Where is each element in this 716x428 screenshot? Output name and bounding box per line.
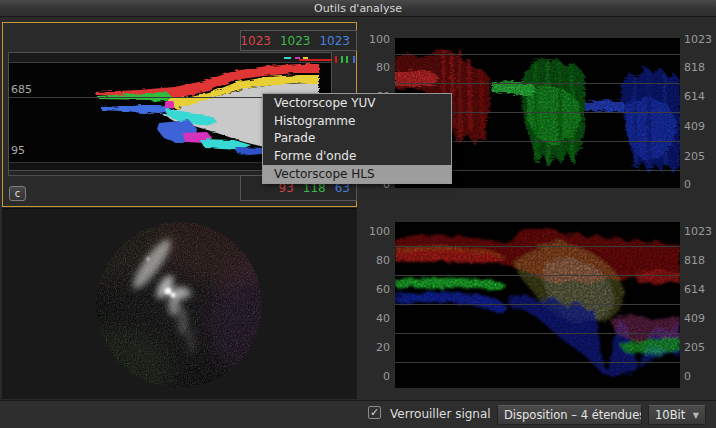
overlay-percent-label: 40	[358, 312, 390, 326]
red-max-line	[299, 59, 332, 61]
cyan-marker	[284, 57, 291, 59]
overlay-percent-label: 100	[358, 225, 390, 239]
bit-depth-dropdown-value: 10Bit	[655, 408, 685, 422]
green-tick-2	[346, 56, 348, 63]
parade-code-label: 818	[684, 61, 705, 75]
overlay-percent-label: 60	[358, 283, 390, 297]
red-tick	[335, 56, 337, 63]
parade-code-label: 205	[684, 150, 705, 164]
vectorscope-display	[2, 209, 357, 399]
level-label-low: 95	[11, 144, 25, 157]
layout-dropdown[interactable]: Disposition – 4 étendues ▼	[497, 405, 642, 425]
corner-c-button[interactable]: c	[9, 186, 26, 201]
lock-signal-checkbox[interactable]	[368, 406, 381, 419]
vectorscope-panel[interactable]	[2, 208, 357, 399]
menu-item-histogramme[interactable]: Histogramme	[263, 112, 451, 130]
blue-tick	[353, 56, 355, 63]
menu-item-vectorscope-yuv[interactable]: Vectorscope YUV	[263, 94, 451, 112]
overlay-percent-label: 0	[358, 370, 390, 384]
overlay-percent-label: 20	[358, 341, 390, 355]
window-title: Outils d'analyse	[314, 2, 402, 15]
bottom-toolbar: Verrouiller signal Disposition – 4 étend…	[0, 400, 716, 428]
overlay-code-label: 409	[684, 312, 705, 326]
max-green-value: 1023	[280, 34, 311, 48]
menu-item-forme-donde[interactable]: Forme d'onde	[263, 147, 451, 165]
histogram-header-strip	[9, 53, 331, 63]
max-values-box: 1023 1023 1023	[240, 30, 357, 51]
lock-signal-label: Verrouiller signal	[390, 407, 491, 421]
overlay-percent-label: 80	[358, 254, 390, 268]
parade-code-label: 0	[684, 178, 691, 192]
scope-type-context-menu: Vectorscope YUV Histogramme Parade Forme…	[262, 93, 452, 184]
overlay-plot	[395, 222, 680, 388]
level-label-high: 685	[11, 83, 32, 96]
parade-code-label: 1023	[684, 33, 712, 47]
parade-percent-label: 100	[358, 33, 390, 47]
max-red-value: 1023	[240, 34, 271, 48]
overlay-waveform	[395, 222, 680, 388]
green-tick	[341, 56, 343, 63]
overlay-code-label: 0	[684, 370, 691, 384]
menu-item-vectorscope-hls[interactable]: Vectorscope HLS	[263, 165, 451, 183]
overlay-code-label: 1023	[684, 225, 712, 239]
layout-dropdown-value: Disposition – 4 étendues	[504, 408, 642, 422]
menu-item-parade[interactable]: Parade	[263, 130, 451, 148]
parade-code-label: 614	[684, 90, 705, 104]
overlay-code-label: 818	[684, 254, 705, 268]
parade-percent-label: 80	[358, 61, 390, 75]
max-blue-value: 1023	[319, 34, 350, 48]
window-titlebar[interactable]: Outils d'analyse	[0, 0, 716, 17]
overlay-code-label: 205	[684, 341, 705, 355]
overlay-code-label: 614	[684, 283, 705, 297]
analysis-tools-window: Outils d'analyse 1023 1023 1023	[0, 0, 716, 428]
chevron-down-icon: ▼	[687, 411, 699, 420]
bit-depth-dropdown[interactable]: 10Bit ▼	[648, 405, 706, 425]
parade-code-label: 409	[684, 120, 705, 134]
